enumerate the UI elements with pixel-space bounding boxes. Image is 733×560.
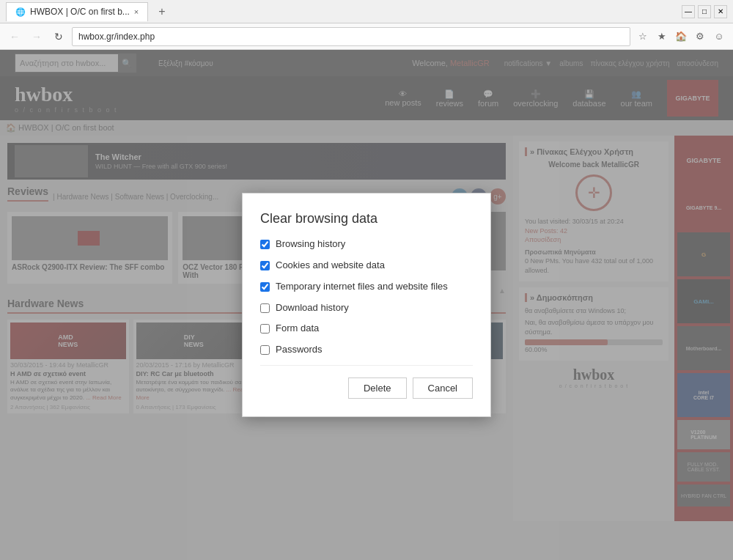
- delete-button[interactable]: Delete: [348, 377, 407, 399]
- clear-browsing-data-dialog: Clear browsing data Browsing history Coo…: [242, 193, 491, 417]
- tab-favicon: 🌐: [15, 7, 26, 17]
- checkbox-row-passwords: Passwords: [260, 344, 473, 356]
- website-content: 🔍 Εξέλιξη #κόσμου Welcome, MetallicGR no…: [0, 50, 733, 560]
- checkbox-browsing-history[interactable]: [260, 240, 270, 249]
- forward-button[interactable]: →: [28, 28, 45, 45]
- minimize-button[interactable]: —: [682, 5, 695, 18]
- label-passwords: Passwords: [276, 344, 323, 356]
- star-icon[interactable]: ★: [654, 29, 670, 45]
- checkbox-row-download-history: Download history: [260, 302, 473, 314]
- checkbox-row-temp-files: Temporary internet files and website fil…: [260, 281, 473, 293]
- modal-title: Clear browsing data: [260, 211, 473, 226]
- home-icon[interactable]: 🏠: [673, 29, 689, 45]
- nav-bar: ← → ↻ ☆ ★ 🏠 ⚙ ☺: [0, 23, 733, 50]
- title-bar: 🌐 HWBOX | O/C on first b... × + — □ ✕: [0, 0, 733, 23]
- back-button[interactable]: ←: [6, 28, 23, 45]
- address-bar[interactable]: [72, 27, 630, 46]
- label-form-data: Form data: [276, 323, 319, 335]
- tab-title: HWBOX | O/C on first b...: [30, 7, 130, 17]
- checkbox-row-form-data: Form data: [260, 323, 473, 335]
- menu-icon[interactable]: ☺: [711, 29, 727, 45]
- tabs-container: 🌐 HWBOX | O/C on first b... × +: [6, 2, 172, 21]
- checkbox-download-history[interactable]: [260, 303, 270, 313]
- refresh-button[interactable]: ↻: [50, 28, 67, 45]
- cancel-button[interactable]: Cancel: [413, 377, 473, 399]
- browser-frame: 🌐 HWBOX | O/C on first b... × + — □ ✕ ← …: [0, 0, 733, 560]
- close-button[interactable]: ✕: [714, 5, 727, 18]
- new-tab-button[interactable]: +: [152, 2, 171, 21]
- label-download-history: Download history: [276, 302, 349, 314]
- checkbox-temp-files[interactable]: [260, 282, 270, 292]
- modal-buttons: Delete Cancel: [260, 377, 473, 399]
- label-browsing-history: Browsing history: [276, 238, 345, 251]
- checkbox-cookies[interactable]: [260, 261, 270, 270]
- maximize-button[interactable]: □: [698, 5, 711, 18]
- modal-overlay: Clear browsing data Browsing history Coo…: [0, 50, 733, 560]
- modal-divider: [260, 365, 473, 366]
- tab-close-button[interactable]: ×: [134, 7, 139, 16]
- checkbox-form-data[interactable]: [260, 324, 270, 334]
- checkbox-row-cookies: Cookies and website data: [260, 259, 473, 272]
- browser-tab[interactable]: 🌐 HWBOX | O/C on first b... ×: [6, 2, 148, 21]
- label-temp-files: Temporary internet files and website fil…: [276, 281, 448, 293]
- checkbox-passwords[interactable]: [260, 345, 270, 355]
- bookmark-icon[interactable]: ☆: [635, 29, 651, 45]
- label-cookies: Cookies and website data: [276, 259, 385, 272]
- settings-icon[interactable]: ⚙: [692, 29, 708, 45]
- checkbox-row-browsing-history: Browsing history: [260, 238, 473, 251]
